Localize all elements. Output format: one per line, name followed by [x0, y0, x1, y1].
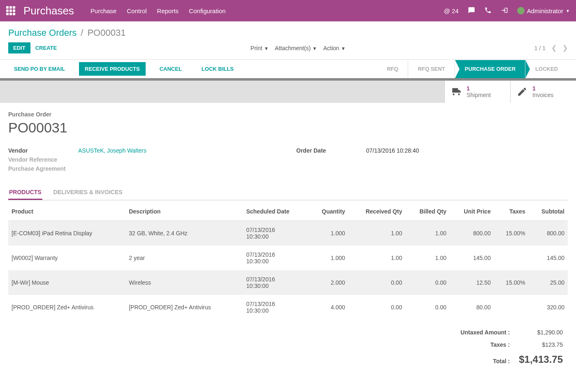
mention-count: 24: [452, 7, 459, 14]
cell-tax: [494, 246, 529, 270]
breadcrumb-current: PO00031: [87, 28, 125, 38]
th-billed-qty[interactable]: Billed Qty: [405, 202, 450, 221]
cell-bqty: 1.00: [405, 221, 450, 246]
breadcrumb: Purchase Orders / PO00031: [0, 21, 576, 38]
th-product[interactable]: Product: [8, 202, 125, 221]
stage-locked[interactable]: LOCKED: [525, 60, 568, 78]
pencil-note-icon: [517, 86, 527, 97]
lock-bills-button[interactable]: LOCK BILLS: [196, 62, 239, 76]
pager-next-icon[interactable]: ❯: [562, 44, 568, 52]
cell-sched: 07/13/201610:30:00: [243, 295, 309, 320]
login-icon[interactable]: [501, 7, 508, 15]
th-subtotal[interactable]: Subtotal: [529, 202, 568, 221]
cell-product: [E-COM03] iPad Retina Display: [8, 221, 125, 246]
tab-deliveries-invoices[interactable]: DELIVERIES & INVOICES: [53, 186, 123, 200]
menu-configuration[interactable]: Configuration: [189, 7, 225, 14]
th-received-qty[interactable]: Received Qty: [348, 202, 406, 221]
table-row[interactable]: [PROD_ORDER] Zed+ Antivirus[PROD_ORDER] …: [8, 295, 568, 320]
cell-price: 145.00: [450, 246, 494, 270]
topnav-menu: Purchase Control Reports Configuration: [91, 7, 226, 14]
vendor-ref-label: Vendor Reference: [8, 156, 78, 163]
chat-icon[interactable]: [468, 7, 475, 15]
cell-sched: 07/13/201610:30:00: [243, 270, 309, 295]
taxes-label: Taxes :: [456, 339, 514, 350]
cancel-button[interactable]: CANCEL: [154, 62, 188, 76]
tab-products[interactable]: PRODUCTS: [8, 186, 42, 200]
cell-price: 12.50: [450, 270, 494, 295]
cell-qty: 4.000: [309, 295, 348, 320]
menu-reports[interactable]: Reports: [157, 7, 179, 14]
shipment-stat-button[interactable]: 1 Shipment: [444, 81, 510, 103]
tabs: PRODUCTS DELIVERIES & INVOICES: [8, 186, 568, 200]
user-menu[interactable]: Administrator ▼: [517, 7, 570, 14]
cell-tax: 15.00%: [494, 270, 529, 295]
cell-price: 800.00: [450, 221, 494, 246]
cell-sub: 320.00: [529, 295, 568, 320]
status-row: SEND PO BY EMAIL RECEIVE PRODUCTS CANCEL…: [0, 59, 576, 81]
cell-rqty: 0.00: [348, 270, 406, 295]
cell-qty: 1.000: [309, 221, 348, 246]
untaxed-label: Untaxed Amount :: [456, 327, 514, 338]
purchase-agreement-label: Purchase Agreement: [8, 165, 78, 172]
form-sheet: Purchase Order PO00031 Vendor ASUSTeK, J…: [0, 103, 576, 381]
cell-rqty: 0.00: [348, 295, 406, 320]
record-type-label: Purchase Order: [8, 111, 568, 118]
cell-sched: 07/13/201610:30:00: [243, 246, 309, 270]
cell-price: 80.00: [450, 295, 494, 320]
truck-icon: [451, 86, 462, 97]
attachments-dropdown[interactable]: Attachment(s) ▼: [275, 45, 317, 51]
invoices-stat-button[interactable]: 1 Invoices: [510, 81, 576, 103]
avatar-icon: [517, 7, 525, 14]
table-row[interactable]: [M-Wir] MouseWireless07/13/201610:30:002…: [8, 270, 568, 295]
cell-sub: 145.00: [529, 246, 568, 270]
total-value: $1,413.75: [515, 351, 567, 368]
shipment-label: Shipment: [467, 92, 491, 98]
mention-badge[interactable]: @ 24: [444, 7, 459, 14]
cell-tax: 15.00%: [494, 221, 529, 246]
cell-desc: Wireless: [125, 270, 243, 295]
table-row[interactable]: [E-COM03] iPad Retina Display32 GB, Whit…: [8, 221, 568, 246]
invoices-count: 1: [532, 85, 553, 92]
send-po-button[interactable]: SEND PO BY EMAIL: [8, 62, 71, 76]
breadcrumb-sep: /: [81, 28, 83, 38]
caret-down-icon: ▼: [566, 9, 570, 13]
th-scheduled[interactable]: Scheduled Date: [243, 202, 309, 221]
print-dropdown[interactable]: Print ▼: [251, 45, 269, 51]
th-unit-price[interactable]: Unit Price: [450, 202, 494, 221]
edit-button[interactable]: EDIT: [8, 42, 30, 53]
pager-counter: 1 / 1: [534, 45, 546, 51]
brand-title[interactable]: Purchases: [23, 5, 74, 17]
table-row[interactable]: [W0002] Warranty2 year07/13/201610:30:00…: [8, 246, 568, 270]
cell-desc: [PROD_ORDER] Zed+ Antivirus: [125, 295, 243, 320]
cell-product: [M-Wir] Mouse: [8, 270, 125, 295]
shipment-count: 1: [467, 85, 491, 92]
invoices-label: Invoices: [532, 92, 553, 98]
phone-icon[interactable]: [484, 7, 492, 15]
pager-prev-icon[interactable]: ❮: [551, 44, 557, 52]
topnav: Purchases Purchase Control Reports Confi…: [0, 0, 576, 21]
cell-desc: 2 year: [125, 246, 243, 270]
receive-products-button[interactable]: RECEIVE PRODUCTS: [79, 62, 146, 76]
th-taxes[interactable]: Taxes: [494, 202, 529, 221]
cell-product: [PROD_ORDER] Zed+ Antivirus: [8, 295, 125, 320]
apps-icon[interactable]: [6, 6, 15, 15]
stage-purchase-order[interactable]: PURCHASE ORDER: [455, 60, 526, 78]
th-description[interactable]: Description: [125, 202, 243, 221]
stage-rfq-sent[interactable]: RFQ SENT: [408, 60, 455, 78]
cell-rqty: 1.00: [348, 221, 406, 246]
th-quantity[interactable]: Quantity: [309, 202, 348, 221]
vendor-value[interactable]: ASUSTeK, Joseph Walters: [78, 147, 146, 154]
menu-control[interactable]: Control: [127, 7, 146, 14]
vendor-label: Vendor: [8, 147, 78, 154]
taxes-value: $123.75: [515, 339, 567, 350]
breadcrumb-root[interactable]: Purchase Orders: [8, 28, 77, 38]
create-button[interactable]: CREATE: [30, 42, 62, 53]
stage-rfq[interactable]: RFQ: [377, 60, 408, 78]
topnav-right: @ 24 Administrator ▼: [444, 7, 570, 15]
record-name: PO00031: [8, 120, 568, 136]
action-dropdown[interactable]: Action ▼: [323, 45, 346, 51]
cell-bqty: 0.00: [405, 270, 450, 295]
cell-bqty: 1.00: [405, 246, 450, 270]
cell-desc: 32 GB, White, 2.4 GHz: [125, 221, 243, 246]
menu-purchase[interactable]: Purchase: [91, 7, 116, 14]
